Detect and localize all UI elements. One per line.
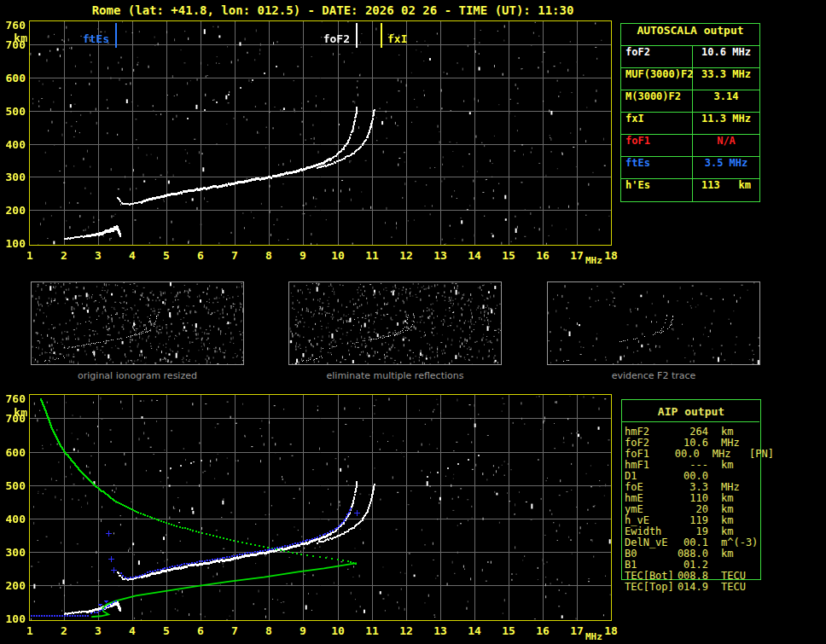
- aip-table-rows: hmF2264kmfoF210.6MHzfoF100.0MHz [PN]hmF1…: [625, 426, 774, 592]
- x-axis-label: 9: [293, 624, 313, 637]
- marker-label-fxI: fxI: [387, 32, 433, 45]
- thumbnail-original-canvas: [32, 282, 243, 364]
- aip-row-D1: D100.0: [625, 470, 774, 481]
- aip-row-foE: foE3.3MHz: [625, 481, 774, 492]
- bottom-ionogram-canvas: [30, 395, 611, 620]
- x-axis-label: 14: [464, 249, 485, 262]
- y-axis-label: 200: [0, 204, 26, 217]
- aip-row-TEC[Bot]: TEC[Bot]008.8TECU: [625, 570, 774, 581]
- top-y-axis-unit: km: [2, 32, 27, 44]
- aip-row-unit: TECU: [721, 581, 746, 592]
- x-axis-label: 3: [88, 624, 108, 637]
- x-axis-label: 4: [122, 624, 143, 637]
- y-axis-label: 300: [0, 546, 26, 559]
- x-axis-label: 6: [190, 249, 211, 262]
- aip-row-unit: TECU: [721, 570, 746, 581]
- autoscala-row-label: ftEs: [621, 157, 693, 178]
- aip-row-B0: B0088.0km: [625, 548, 774, 559]
- aip-row-foF1: foF100.0MHz [PN]: [625, 448, 774, 459]
- aip-row-value: 00.0: [671, 448, 700, 459]
- x-axis-label: 15: [498, 624, 519, 637]
- x-axis-label: 5: [156, 624, 177, 637]
- x-axis-label: 10: [328, 624, 348, 637]
- x-axis-label: 15: [498, 249, 519, 262]
- autoscala-row-value: 113 km: [693, 179, 759, 201]
- x-axis-label: 10: [328, 249, 348, 262]
- aip-row-hmE: hmE110km: [625, 492, 774, 503]
- aip-row-unit: km: [721, 426, 733, 437]
- bottom-ionogram-plot: [29, 394, 612, 621]
- autoscala-row-label: foF2: [621, 46, 693, 67]
- y-axis-label: 760: [0, 392, 26, 405]
- aip-table-separator: [622, 421, 759, 422]
- top-ionogram-canvas: [30, 21, 611, 245]
- x-axis-label: 18: [601, 249, 621, 262]
- aip-row-value: 01.2: [676, 559, 708, 570]
- aip-row-value: 19: [676, 525, 708, 537]
- aip-row-label: hmF2: [625, 426, 676, 437]
- x-axis-label: 14: [464, 624, 485, 637]
- aip-table-title: AIP output: [621, 405, 761, 418]
- aip-row-B1: B101.2: [625, 559, 774, 570]
- autoscala-row-h'Es: h'Es113 km: [621, 179, 759, 201]
- x-axis-label: 17: [567, 624, 587, 637]
- y-axis-label: 500: [0, 105, 26, 118]
- aip-row-label: DelN_vE: [625, 537, 676, 548]
- autoscala-row-label: fxI: [621, 113, 693, 134]
- thumbnail-eliminate-reflections: [288, 281, 502, 365]
- aip-row-value: 088.0: [676, 548, 708, 559]
- x-axis-label: 4: [122, 249, 143, 262]
- aip-row-value: 110: [676, 492, 708, 503]
- autoscala-row-foF1: foF1N/A: [621, 135, 759, 157]
- aip-row-value: 3.3: [676, 481, 708, 492]
- marker-label-foF2: foF2: [304, 32, 350, 45]
- x-axis-label: 12: [396, 624, 416, 637]
- autoscala-table-title: AUTOSCALA output: [621, 24, 759, 46]
- thumbnail-evidence-f2: [547, 281, 760, 365]
- aip-row-value: ---: [676, 459, 708, 470]
- aip-row-label: foF1: [625, 448, 671, 459]
- y-axis-label: 500: [0, 479, 26, 492]
- autoscala-row-value: 3.14: [693, 90, 759, 112]
- autoscala-row-foF2: foF210.6 MHz: [621, 46, 759, 68]
- marker-label-ftEs: ftEs: [63, 32, 109, 45]
- thumbnail-evidence-canvas: [548, 282, 759, 364]
- y-axis-label: 100: [0, 237, 26, 250]
- x-axis-label: 18: [601, 624, 621, 637]
- aip-row-value: 014.9: [676, 581, 708, 592]
- aip-row-hmF1: hmF1---km: [625, 459, 774, 470]
- aip-row-label: hmF1: [625, 459, 676, 470]
- y-axis-label: 600: [0, 72, 26, 84]
- aip-row-unit: km: [721, 525, 733, 537]
- x-axis-label: 13: [430, 249, 451, 262]
- autoscala-row-fxI: fxI11.3 MHz: [621, 113, 759, 135]
- autoscala-row-value: 3.5 MHz: [693, 157, 759, 178]
- autoscala-output-table: AUTOSCALA output foF210.6 MHzMUF(3000)F2…: [620, 23, 760, 202]
- x-axis-label: 1: [20, 624, 40, 637]
- autoscala-row-MUF(3000)F2: MUF(3000)F233.3 MHz: [621, 68, 759, 90]
- autoscala-row-value: 10.6 MHz: [693, 46, 759, 67]
- aip-row-value: 119: [676, 514, 708, 525]
- y-axis-label: 400: [0, 138, 26, 151]
- top-x-axis-unit: MHz: [585, 255, 602, 266]
- aip-row-label: TEC[Top]: [625, 581, 676, 592]
- y-axis-label: 400: [0, 513, 26, 525]
- autoscala-row-value: 33.3 MHz: [693, 68, 759, 90]
- autoscala-row-M(3000)F2: M(3000)F23.14: [621, 90, 759, 113]
- autoscala-row-ftEs: ftEs3.5 MHz: [621, 157, 759, 179]
- autoscala-row-label: M(3000)F2: [621, 90, 693, 112]
- aip-row-DelN_vE: DelN_vE00.1m^(-3): [625, 537, 774, 548]
- y-axis-label: 300: [0, 171, 26, 183]
- autoscala-table-rows: foF210.6 MHzMUF(3000)F233.3 MHzM(3000)F2…: [621, 46, 759, 201]
- aip-row-unit: MHz: [721, 481, 740, 492]
- aip-row-hmF2: hmF2264km: [625, 426, 774, 437]
- aip-row-unit: km: [721, 514, 733, 525]
- y-axis-label: 760: [0, 19, 26, 32]
- aip-row-label: ymE: [625, 503, 676, 514]
- aip-row-value: 20: [676, 503, 708, 514]
- x-axis-label: 8: [259, 624, 279, 637]
- aip-row-unit: km: [721, 459, 733, 470]
- x-axis-label: 16: [532, 624, 553, 637]
- marker-line-ftEs: [115, 23, 117, 48]
- aip-row-value: 264: [676, 426, 708, 437]
